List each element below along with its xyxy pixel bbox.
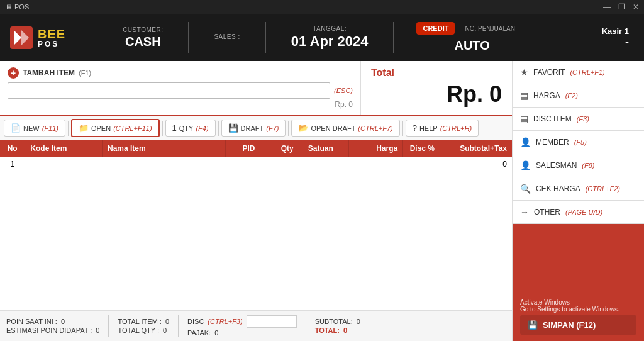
total-qty-row: TOTAL QTY : 0	[118, 327, 169, 334]
member-button[interactable]: 👤 MEMBER (F5)	[513, 131, 644, 154]
other-label: OTHER	[534, 208, 560, 216]
cell-no: 1	[0, 157, 25, 172]
col-header-qty: Qty	[272, 140, 303, 157]
col-header-subtotal: Subtotal+Tax	[441, 140, 512, 157]
toolbar-div-2	[162, 121, 163, 136]
logo: BEE POS	[10, 26, 65, 49]
draft-icon: 💾	[228, 123, 238, 133]
top-area: + TAMBAH ITEM (F1) (ESC) Rp. 0 Total Rp.…	[0, 61, 512, 116]
total-title: Total	[371, 67, 502, 79]
esc-label: (ESC)	[334, 87, 353, 94]
close-btn[interactable]: ✕	[633, 3, 639, 11]
add-item-icon[interactable]: +	[8, 67, 19, 79]
disc-item-button[interactable]: ▤ DISC ITEM (F3)	[513, 108, 644, 131]
salesman-button[interactable]: 👤 SALESMAN (F8)	[513, 154, 644, 177]
header-div-5	[538, 22, 538, 53]
pajak-label: PAJAK:	[187, 329, 211, 337]
col-header-no: No	[0, 140, 25, 157]
toolbar-div-4	[288, 121, 289, 136]
subtotal-value: 0	[357, 318, 360, 325]
window-controls[interactable]: — ❐ ✕	[603, 3, 639, 11]
cek-harga-button[interactable]: 🔍 CEK HARGA (CTRL+F2)	[513, 177, 644, 201]
cek-harga-label: CEK HARGA	[536, 184, 580, 193]
help-icon: ?	[413, 123, 417, 133]
table-area: No Kode Item Nama Item PID Qty Satuan Ha…	[0, 140, 512, 310]
cek-harga-shortcut: (CTRL+F2)	[586, 185, 620, 193]
total-item-row: TOTAL ITEM : 0	[118, 318, 169, 325]
col-header-kode: Kode Item	[25, 140, 103, 157]
no-penjualan-label: NO. PENJUALAN	[465, 25, 514, 32]
other-button[interactable]: → OTHER (PAGE U/D)	[513, 201, 644, 224]
header-customer: CUSTOMER: CASH	[110, 26, 175, 49]
header-tanggal: TANGGAL: 01 Apr 2024	[279, 25, 381, 50]
save-icon: 💾	[528, 320, 538, 330]
toolbar: 📄 NEW (F11) 📁 OPEN (CTRL+F11) 1 QTY (F4)…	[0, 116, 512, 140]
restore-btn[interactable]: ❐	[618, 3, 625, 11]
open-label: OPEN	[91, 125, 111, 132]
header-div-1	[97, 22, 97, 53]
search-section: + TAMBAH ITEM (F1) (ESC) Rp. 0	[0, 61, 361, 115]
draft-button[interactable]: 💾 DRAFT (F7)	[221, 120, 286, 137]
total-section: Total Rp. 0	[361, 61, 512, 115]
open-draft-button[interactable]: 📂 OPEN DRAFT (CTRL+F7)	[291, 120, 399, 137]
subtotal-row: SUBTOTAL: 0	[315, 318, 360, 325]
new-shortcut: (F11)	[42, 125, 58, 132]
open-draft-label: OPEN DRAFT	[311, 125, 355, 132]
customer-label: CUSTOMER:	[123, 26, 163, 33]
items-table: No Kode Item Nama Item PID Qty Satuan Ha…	[0, 140, 512, 172]
member-label: MEMBER	[536, 138, 569, 147]
minimize-btn[interactable]: —	[603, 3, 611, 11]
favorit-label: FAVORIT	[533, 68, 565, 77]
favorit-button[interactable]: ★ FAVORIT (CTRL+F1)	[513, 61, 644, 84]
disc-item-shortcut: (F3)	[577, 115, 589, 123]
poin-row: POIN SAAT INI : 0	[6, 318, 99, 325]
help-shortcut: (CTRL+H)	[440, 125, 472, 132]
harga-button[interactable]: ▤ HARGA (F2)	[513, 84, 644, 108]
draft-label: DRAFT	[241, 125, 264, 132]
title-bar-title: 🖥 POS	[5, 3, 29, 11]
open-button[interactable]: 📁 OPEN (CTRL+F11)	[71, 119, 160, 137]
credit-button[interactable]: CREDIT	[416, 22, 455, 35]
sales-label: SALES :	[214, 33, 240, 40]
search-input[interactable]	[8, 82, 330, 99]
main-area: + TAMBAH ITEM (F1) (ESC) Rp. 0 Total Rp.…	[0, 61, 644, 341]
qty-label: QTY	[179, 125, 194, 132]
header-credit-section: CREDIT NO. PENJUALAN AUTO	[406, 22, 525, 53]
qty-icon: 1	[172, 123, 177, 133]
bottom-div-1	[108, 315, 109, 337]
harga-shortcut: (F2)	[565, 92, 578, 99]
col-header-pid: PID	[226, 140, 272, 157]
cell-harga	[349, 157, 403, 172]
subtotal-section: SUBTOTAL: 0 TOTAL: 0	[315, 318, 360, 334]
qty-button[interactable]: 1 QTY (F4)	[165, 120, 216, 137]
other-shortcut: (PAGE U/D)	[565, 208, 602, 216]
table-header: No Kode Item Nama Item PID Qty Satuan Ha…	[0, 140, 512, 157]
total-qty-label: TOTAL QTY :	[118, 327, 159, 334]
estimasi-value: 0	[96, 327, 99, 334]
new-button[interactable]: 📄 NEW (F11)	[4, 120, 65, 137]
table-body: 1 0	[0, 157, 512, 172]
harga-icon: ▤	[520, 91, 528, 101]
bottom-bar: POIN SAAT INI : 0 ESTIMASI POIN DIDAPAT …	[0, 310, 512, 341]
logo-icon	[10, 26, 33, 49]
total-item-label: TOTAL ITEM :	[118, 318, 161, 325]
cell-qty	[272, 157, 303, 172]
help-button[interactable]: ? HELP (CTRL+H)	[406, 120, 479, 137]
member-shortcut: (F5)	[574, 138, 587, 146]
cell-disc	[403, 157, 441, 172]
qty-shortcut: (F4)	[196, 125, 208, 132]
title-bar: 🖥 POS — ❐ ✕	[0, 0, 644, 14]
simpan-button[interactable]: 💾 SIMPAN (F12)	[520, 315, 636, 335]
disc-item-icon: ▤	[520, 114, 528, 124]
activate-text: Activate Windows	[520, 299, 636, 306]
tambah-shortcut: (F1)	[79, 69, 91, 77]
disc-section: DISC (CTRL+F3) PAJAK: 0	[187, 315, 297, 337]
member-icon: 👤	[520, 137, 531, 147]
table-row: 1 0	[0, 157, 512, 172]
harga-label: HARGA	[533, 91, 560, 100]
disc-shortcut: (CTRL+F3)	[208, 318, 242, 325]
disc-input[interactable]	[247, 315, 297, 328]
total-item-section: TOTAL ITEM : 0 TOTAL QTY : 0	[118, 318, 169, 334]
estimasi-row: ESTIMASI POIN DIDAPAT : 0	[6, 327, 99, 334]
tambah-label: TAMBAH ITEM	[23, 69, 75, 77]
